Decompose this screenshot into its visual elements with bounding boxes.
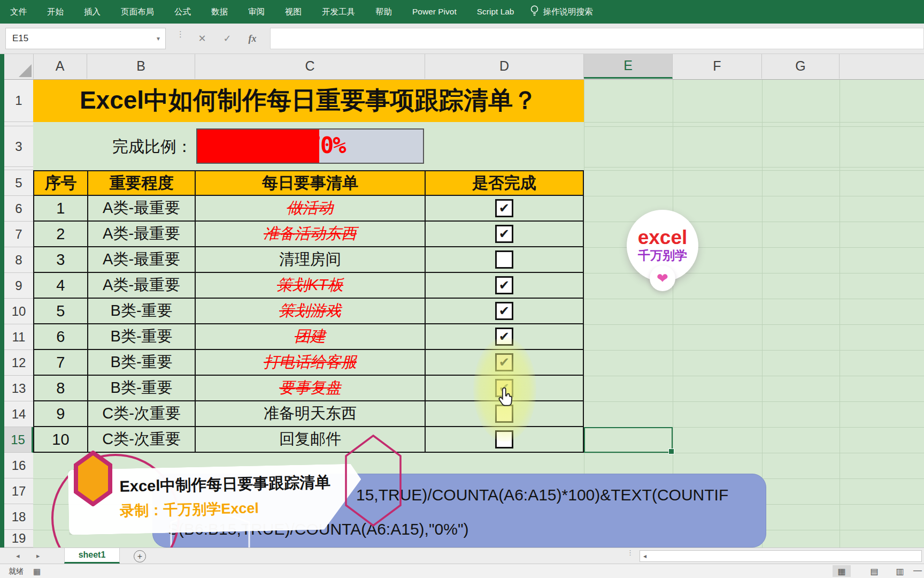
view-page-layout-icon[interactable]: ▤ — [865, 565, 883, 577]
row-header-12[interactable]: 12 — [4, 350, 33, 376]
cell-no[interactable]: 1 — [34, 196, 88, 222]
row-header-10[interactable]: 10 — [4, 299, 33, 324]
tell-me-search[interactable]: 操作说明搜索 — [530, 5, 593, 19]
cell-task[interactable]: 清理房间 — [196, 247, 425, 273]
column-header-f[interactable]: F — [673, 54, 762, 79]
cell-no[interactable]: 6 — [34, 324, 88, 350]
cell-task[interactable]: 策划KT板 — [196, 273, 425, 299]
ribbon-tab-formulas[interactable]: 公式 — [164, 0, 201, 24]
row-header-1[interactable]: 1 — [4, 79, 33, 122]
cell-task[interactable]: 准备明天东西 — [196, 401, 425, 427]
cell-task[interactable]: 打电话给客服 — [196, 350, 425, 376]
sheet-nav-next-icon[interactable]: ▸ — [36, 552, 40, 560]
ribbon-tab-script-lab[interactable]: Script Lab — [467, 0, 525, 24]
macro-record-icon[interactable]: ▦ — [33, 567, 41, 576]
ribbon-tab-page-layout[interactable]: 页面布局 — [111, 0, 164, 24]
cell-level[interactable]: A类-最重要 — [88, 247, 196, 273]
cell-no[interactable]: 8 — [34, 376, 88, 401]
sheet-tab-active[interactable]: sheet1 — [64, 548, 120, 564]
row-header-16[interactable]: 16 — [4, 453, 33, 478]
cell-task[interactable]: 做活动 — [196, 196, 425, 222]
column-header-e-selected[interactable]: E — [584, 54, 673, 79]
cell-no[interactable]: 7 — [34, 350, 88, 376]
scrollbar-left-icon[interactable]: ◂ — [643, 552, 646, 560]
view-page-break-icon[interactable]: ▥ — [891, 565, 909, 577]
column-header-a[interactable]: A — [33, 54, 87, 79]
column-header-d[interactable]: D — [425, 54, 584, 79]
insert-function-icon[interactable]: fx — [242, 28, 263, 49]
checkbox-unchecked[interactable] — [495, 250, 513, 269]
add-sheet-button[interactable]: + — [134, 550, 146, 562]
row-header-13[interactable]: 13 — [4, 376, 33, 401]
zoom-out-icon[interactable]: — — [913, 566, 922, 575]
row-header-9[interactable]: 9 — [4, 273, 33, 299]
checkbox-checked[interactable] — [495, 302, 513, 320]
header-no[interactable]: 序号 — [34, 170, 88, 196]
cell-level[interactable]: B类-重要 — [88, 299, 196, 324]
selected-cell-e15[interactable] — [584, 427, 673, 453]
cell-task[interactable]: 要事复盘 — [196, 376, 425, 401]
progress-bar[interactable]: 70% — [196, 128, 424, 164]
cell-level[interactable]: C类-次重要 — [88, 427, 196, 453]
cancel-icon[interactable]: ✕ — [191, 28, 213, 49]
cell-level[interactable]: A类-最重要 — [88, 222, 196, 247]
cell-task[interactable]: 策划游戏 — [196, 299, 425, 324]
select-all-corner[interactable] — [4, 54, 34, 79]
cell-done — [426, 299, 584, 324]
header-done[interactable]: 是否完成 — [426, 170, 584, 196]
cell-no[interactable]: 9 — [34, 401, 88, 427]
cell-level[interactable]: C类-次重要 — [88, 401, 196, 427]
row-header-6[interactable]: 6 — [4, 196, 33, 222]
cell-no[interactable]: 4 — [34, 273, 88, 299]
progress-label-cell[interactable]: 完成比例： — [87, 126, 192, 167]
view-normal-icon[interactable]: ▦ — [833, 565, 851, 577]
name-box-dropdown-icon[interactable]: ▾ — [157, 35, 160, 42]
ribbon-tab-developer[interactable]: 开发工具 — [312, 0, 365, 24]
cell-no[interactable]: 5 — [34, 299, 88, 324]
cell-level[interactable]: A类-最重要 — [88, 273, 196, 299]
ribbon-tab-file[interactable]: 文件 — [0, 0, 37, 24]
checkbox-checked[interactable] — [495, 276, 513, 294]
ribbon-tab-review[interactable]: 审阅 — [238, 0, 275, 24]
row-header-5[interactable]: 5 — [4, 170, 33, 196]
ribbon-tab-data[interactable]: 数据 — [201, 0, 238, 24]
sheet-title-cell[interactable]: Excel中如何制作每日重要事项跟踪清单？ — [33, 79, 584, 122]
cell-level[interactable]: B类-重要 — [88, 376, 196, 401]
header-task[interactable]: 每日要事清单 — [196, 170, 425, 196]
name-box[interactable]: E15 ▾ — [5, 28, 166, 49]
column-header-c[interactable]: C — [195, 54, 425, 79]
row-header-7[interactable]: 7 — [4, 222, 33, 247]
cell-level[interactable]: B类-重要 — [88, 350, 196, 376]
fill-handle[interactable] — [668, 448, 674, 454]
ribbon-tab-home[interactable]: 开始 — [37, 0, 74, 24]
row-header-8[interactable]: 8 — [4, 247, 33, 273]
checkbox-checked[interactable] — [495, 199, 513, 217]
row-header-3[interactable]: 3 — [4, 126, 33, 167]
cell-no[interactable]: 2 — [34, 222, 88, 247]
cell-level[interactable]: B类-重要 — [88, 324, 196, 350]
row-header-11[interactable]: 11 — [4, 324, 33, 350]
row-header-14[interactable]: 14 — [4, 401, 33, 427]
horizontal-scrollbar[interactable]: ◂ — [640, 550, 922, 562]
column-header-b[interactable]: B — [87, 54, 195, 79]
cell-task[interactable]: 团建 — [196, 324, 425, 350]
formula-input[interactable] — [270, 28, 924, 49]
cell-no[interactable]: 3 — [34, 247, 88, 273]
row-header-17[interactable]: 17 — [4, 478, 33, 504]
ribbon-tab-help[interactable]: 帮助 — [365, 0, 402, 24]
row-header-2-hidden[interactable] — [4, 122, 33, 126]
ribbon-tab-insert[interactable]: 插入 — [74, 0, 111, 24]
sheet-nav-prev-icon[interactable]: ◂ — [16, 552, 20, 560]
row-header-18[interactable]: 18 — [4, 504, 33, 530]
ribbon-tab-view[interactable]: 视图 — [275, 0, 312, 24]
column-header-g[interactable]: G — [762, 54, 840, 79]
cell-level[interactable]: A类-最重要 — [88, 196, 196, 222]
enter-icon[interactable]: ✓ — [217, 28, 238, 49]
checkbox-checked[interactable] — [495, 225, 513, 243]
cell-no[interactable]: 10 — [34, 427, 88, 453]
row-header-15-selected[interactable]: 15 — [4, 427, 33, 453]
header-level[interactable]: 重要程度 — [88, 170, 196, 196]
row-header-19[interactable]: 19 — [4, 530, 33, 547]
ribbon-tab-power-pivot[interactable]: Power Pivot — [402, 0, 467, 24]
cell-task[interactable]: 准备活动东西 — [196, 222, 425, 247]
